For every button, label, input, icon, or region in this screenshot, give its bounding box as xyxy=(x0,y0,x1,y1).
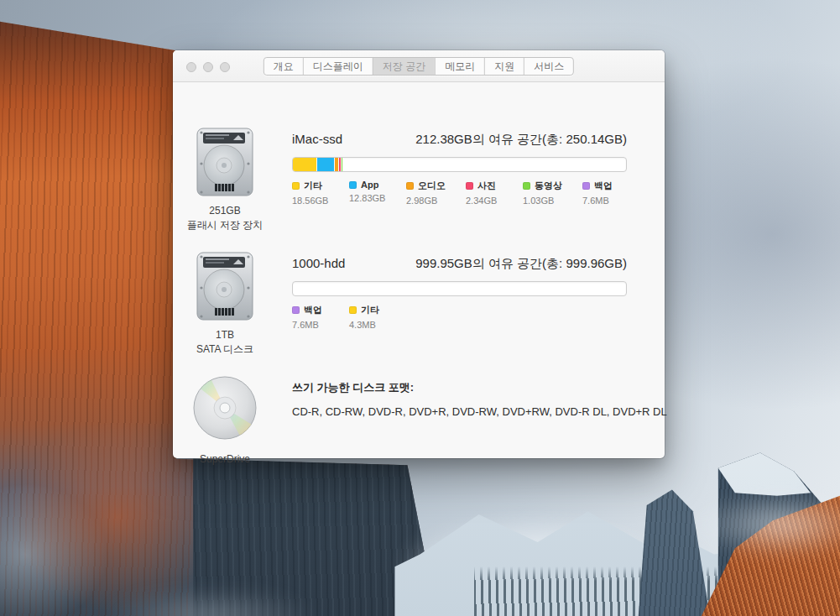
legend-item: 기타4.3MB xyxy=(349,304,386,330)
legend-item: 백업7.6MB xyxy=(292,304,329,330)
disk-caption: 1TB SATA 디스크 xyxy=(175,328,275,357)
tab-2[interactable]: 저장 공간 xyxy=(373,58,435,75)
cd-disc-icon xyxy=(192,375,258,441)
storage-legend: 기타18.56GBApp12.83GB오디오2.98GB사진2.34GB동영상1… xyxy=(292,180,619,206)
zoom-button[interactable] xyxy=(220,62,230,72)
disk-type-label: SATA 디스크 xyxy=(175,342,275,357)
legend-item: 기타18.56GB xyxy=(292,180,329,206)
legend-label: App xyxy=(361,180,378,190)
hard-drive-icon xyxy=(195,127,255,197)
legend-value: 2.98GB xyxy=(406,196,446,206)
superdrive-caption: SuperDrive xyxy=(175,452,275,467)
legend-swatch xyxy=(349,181,357,189)
disk-type-label: 플래시 저장 장치 xyxy=(175,218,275,232)
hard-drive-icon xyxy=(195,251,255,321)
disk-size-label: 1TB xyxy=(175,328,275,342)
legend-swatch xyxy=(582,182,590,190)
legend-value: 18.56GB xyxy=(292,196,329,206)
disk-caption: 251GB 플래시 저장 장치 xyxy=(175,204,275,232)
legend-value: 7.6MB xyxy=(292,320,329,330)
disk-free-space: 999.95GB의 여유 공간(총: 999.96GB) xyxy=(415,256,627,272)
tab-4[interactable]: 지원 xyxy=(484,58,524,75)
disk-icon-column: 251GB 플래시 저장 장치 xyxy=(175,127,275,232)
superdrive-icon-column: SuperDrive xyxy=(175,375,275,467)
legend-value: 2.34GB xyxy=(466,196,503,206)
storage-legend: 백업7.6MB기타4.3MB xyxy=(292,304,386,330)
writable-formats-list: CD-R, CD-RW, DVD-R, DVD+R, DVD-RW, DVD+R… xyxy=(292,405,667,418)
disk-size-label: 251GB xyxy=(175,204,275,218)
legend-item: 사진2.34GB xyxy=(466,180,503,206)
title-bar[interactable]: 개요디스플레이저장 공간메모리지원서비스 xyxy=(173,50,665,82)
close-button[interactable] xyxy=(186,62,196,72)
disk-free-space: 212.38GB의 여유 공간(총: 250.14GB) xyxy=(415,132,627,148)
tab-bar: 개요디스플레이저장 공간메모리지원서비스 xyxy=(263,57,574,76)
disk-icon-column: 1TB SATA 디스크 xyxy=(175,251,275,357)
legend-value: 12.83GB xyxy=(349,193,386,203)
legend-value: 1.03GB xyxy=(523,196,562,206)
disk-name: 1000-hdd xyxy=(292,256,345,270)
legend-item: 오디오2.98GB xyxy=(406,180,446,206)
legend-label: 백업 xyxy=(594,180,613,192)
traffic-lights xyxy=(186,62,230,72)
storage-usage-bar xyxy=(292,157,627,172)
legend-item: 동영상1.03GB xyxy=(523,180,562,206)
tab-0[interactable]: 개요 xyxy=(264,58,303,75)
legend-label: 기타 xyxy=(361,304,379,316)
legend-swatch xyxy=(406,182,414,190)
legend-swatch xyxy=(349,306,357,314)
bar-segment xyxy=(293,158,317,171)
disk-header: 1000-hdd 999.95GB의 여유 공간(총: 999.96GB) xyxy=(292,256,627,272)
tab-3[interactable]: 메모리 xyxy=(435,58,484,75)
bar-segment xyxy=(342,158,343,171)
legend-value: 7.6MB xyxy=(582,196,619,206)
legend-label: 백업 xyxy=(304,304,322,316)
legend-value: 4.3MB xyxy=(349,320,386,330)
writable-formats-heading: 쓰기 가능한 디스크 포맷: xyxy=(292,380,414,395)
legend-swatch xyxy=(466,182,473,190)
storage-usage-bar xyxy=(292,281,627,296)
legend-label: 사진 xyxy=(477,180,496,192)
minimize-button[interactable] xyxy=(203,62,213,72)
legend-swatch xyxy=(292,182,300,190)
legend-item: App12.83GB xyxy=(349,180,386,206)
legend-label: 기타 xyxy=(304,180,322,192)
legend-label: 동영상 xyxy=(535,180,562,192)
disk-name: iMac-ssd xyxy=(292,132,342,146)
legend-swatch xyxy=(523,182,530,190)
legend-swatch xyxy=(292,306,300,314)
superdrive-label: SuperDrive xyxy=(175,452,275,467)
system-info-window: 개요디스플레이저장 공간메모리지원서비스 xyxy=(173,50,665,458)
tab-5[interactable]: 서비스 xyxy=(524,58,573,75)
storage-pane: 251GB 플래시 저장 장치 iMac-ssd 212.38GB의 여유 공간… xyxy=(173,83,665,458)
bar-segment xyxy=(317,158,334,171)
disk-header: iMac-ssd 212.38GB의 여유 공간(총: 250.14GB) xyxy=(292,132,627,148)
legend-label: 오디오 xyxy=(418,180,446,192)
tab-1[interactable]: 디스플레이 xyxy=(303,58,373,75)
legend-item: 백업7.6MB xyxy=(582,180,619,206)
